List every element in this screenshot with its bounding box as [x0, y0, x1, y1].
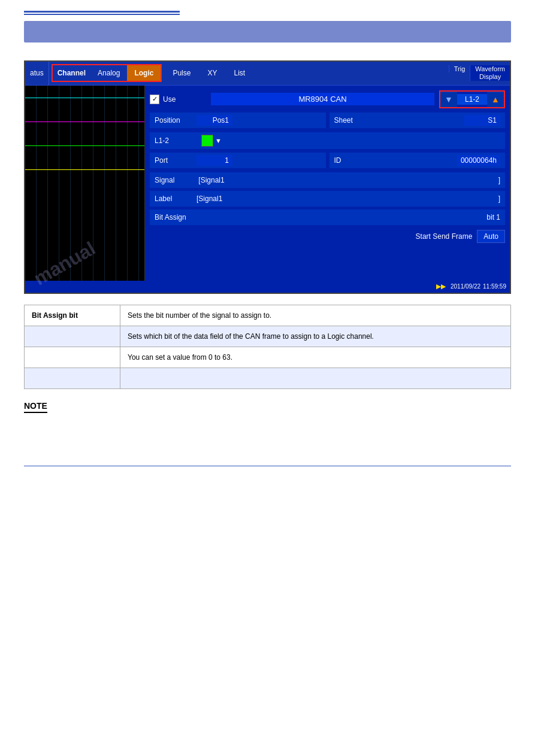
table-row: Bit Assign bit Sets the bit number of th…: [25, 305, 511, 326]
position-label: Position: [155, 116, 197, 125]
signal-value[interactable]: [Signal1: [198, 176, 498, 184]
signal-line-magenta: [25, 122, 144, 122]
note-title: NOTE: [24, 401, 47, 413]
top-line-thick: [24, 11, 180, 13]
sheet-value[interactable]: S1: [464, 115, 500, 126]
port-field: Port 1: [150, 153, 326, 168]
status-time: 11:59:59: [483, 283, 506, 290]
port-id-row: Port 1 ID 00000064h: [150, 152, 505, 169]
start-send-frame-row: Start Send Frame Auto: [150, 230, 505, 243]
bit-assign-row: Bit Assign bit 1: [150, 210, 505, 225]
position-field: Position Pos1: [150, 113, 326, 128]
table-row: You can set a value from 0 to 63.: [25, 347, 511, 368]
nav-analog-btn[interactable]: Analog: [90, 65, 127, 81]
port-label: Port: [155, 156, 197, 165]
channel-name-label: L1-2: [155, 136, 197, 145]
signal-line-green: [25, 145, 144, 146]
id-field: ID 00000064h: [330, 153, 506, 168]
signal-line-yellow: [25, 169, 144, 170]
table-cell-col2: [120, 368, 511, 388]
channel-up-arrow[interactable]: ▲: [487, 92, 504, 107]
top-line-thin: [24, 14, 180, 15]
channel-nav-arrows: ▼ L1-2 ▲: [439, 90, 505, 108]
channel-name-row: L1-2 ▼: [150, 132, 505, 149]
id-value[interactable]: 00000064h: [457, 155, 500, 166]
position-value[interactable]: Pos1: [197, 115, 232, 126]
color-indicator[interactable]: [201, 135, 213, 147]
device-name-field: MR8904 CAN: [211, 93, 434, 105]
signal-label: Signal: [155, 176, 197, 184]
use-label: Use: [163, 95, 211, 104]
header-bar: [24, 21, 511, 42]
status-play-icon: ▶▶: [436, 283, 446, 290]
note-section: NOTE: [24, 401, 511, 418]
start-send-label: Start Send Frame: [150, 232, 477, 241]
nav-pulse-tab[interactable]: Pulse: [164, 62, 199, 85]
color-dropdown[interactable]: ▼: [213, 136, 223, 145]
channel-down-arrow[interactable]: ▼: [440, 92, 457, 107]
channel-badge: L1-2: [457, 94, 487, 105]
status-date: 2011/09/22: [451, 283, 480, 290]
bit-assign-value[interactable]: bit 1: [197, 213, 500, 221]
table-cell-col2: Sets which bit of the data field of the …: [120, 326, 511, 347]
signal-close-bracket: ]: [498, 176, 500, 184]
waveform-grid: [25, 86, 144, 281]
table-cell-col2: Sets the bit number of the signal to ass…: [120, 305, 511, 326]
top-decorative-lines: [24, 11, 511, 15]
bit-assign-label: Bit Assign: [155, 213, 197, 221]
settings-panel: Use MR8904 CAN ▼ L1-2 ▲ Position Pos1 Sh…: [145, 86, 510, 281]
nav-channel-label: Channel: [53, 69, 90, 77]
start-send-value[interactable]: Auto: [477, 230, 505, 243]
table-cell-col2: You can set a value from 0 to 63.: [120, 347, 511, 368]
label-value[interactable]: [Signal1: [197, 195, 498, 203]
id-label: ID: [334, 156, 376, 165]
nav-channel-group: Channel Analog Logic: [52, 64, 162, 82]
nav-trig-tab[interactable]: Trig: [449, 65, 470, 72]
bottom-divider-line: [24, 466, 511, 466]
signal-row: Signal [Signal1 ]: [150, 172, 505, 188]
device-nav-bar: atus Channel Analog Logic Pulse XY List …: [25, 62, 510, 86]
waveform-area: [25, 86, 145, 281]
nav-waveform-tab[interactable]: Waveform Display: [470, 65, 510, 81]
table-row: [25, 368, 511, 388]
nav-right-tabs: Trig Waveform Display: [449, 65, 510, 81]
nav-logic-btn[interactable]: Logic: [127, 65, 161, 81]
label-row: Label [Signal1 ]: [150, 191, 505, 207]
table-row: Sets which bit of the data field of the …: [25, 326, 511, 347]
nav-status-tab[interactable]: atus: [25, 62, 49, 85]
sheet-field: Sheet S1: [330, 113, 506, 128]
nav-list-tab[interactable]: List: [225, 62, 253, 85]
sheet-label: Sheet: [334, 116, 376, 125]
port-value[interactable]: 1: [197, 155, 232, 166]
label-close-bracket: ]: [498, 195, 500, 203]
table-cell-col1: [25, 347, 120, 368]
device-screenshot: atus Channel Analog Logic Pulse XY List …: [24, 60, 511, 294]
table-cell-col1: [25, 326, 120, 347]
nav-xy-tab[interactable]: XY: [199, 62, 225, 85]
use-checkbox[interactable]: [150, 95, 159, 104]
use-row: Use MR8904 CAN ▼ L1-2 ▲: [150, 90, 505, 108]
position-sheet-row: Position Pos1 Sheet S1: [150, 112, 505, 129]
device-status-bar: ▶▶ 2011/09/22 11:59:59: [25, 281, 510, 293]
table-cell-col1: [25, 368, 120, 388]
label-label: Label: [155, 195, 197, 203]
signal-line-cyan: [25, 98, 144, 98]
table-cell-col1: Bit Assign bit: [25, 305, 120, 326]
info-table: Bit Assign bit Sets the bit number of th…: [24, 305, 511, 389]
